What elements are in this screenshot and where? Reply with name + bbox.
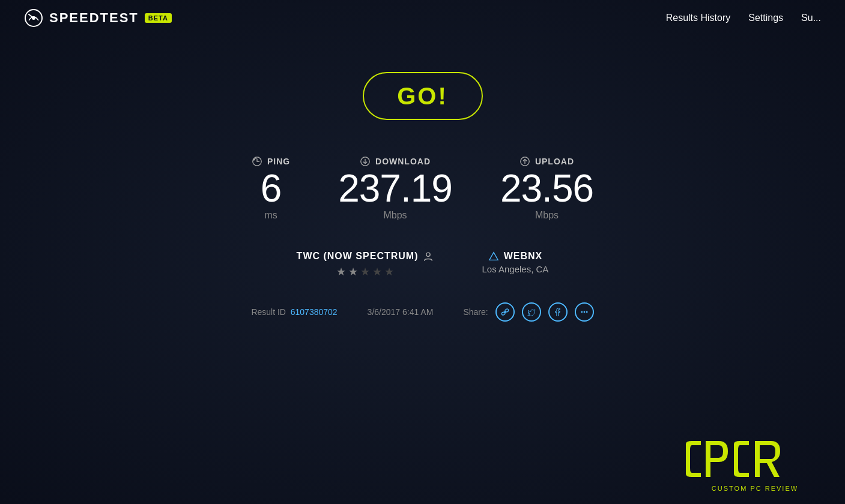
person-icon — [423, 251, 434, 262]
svg-point-5 — [426, 253, 430, 256]
download-icon — [360, 156, 371, 167]
server-block: WEBNX Los Angeles, CA — [482, 251, 548, 274]
star-4: ★ — [372, 265, 382, 278]
share-label: Share: — [463, 307, 488, 317]
upload-unit: Mbps — [535, 210, 559, 221]
cpcr-logo-text — [683, 438, 827, 485]
ping-stat: PING 6 ms — [252, 156, 290, 221]
share-section: Share: — [463, 302, 593, 322]
speedtest-logo-icon — [24, 8, 43, 28]
server-icon — [488, 251, 499, 262]
upload-icon — [519, 156, 530, 167]
header: SPEEDTEST BETA Results History Settings … — [0, 0, 845, 36]
ping-label-text: PING — [267, 157, 290, 166]
upload-value: 23.56 — [500, 169, 593, 208]
server-name-label: WEBNX — [488, 251, 543, 262]
star-5: ★ — [384, 265, 394, 278]
result-id-label: Result ID 6107380702 — [251, 307, 337, 317]
logo-area: SPEEDTEST BETA — [24, 8, 172, 28]
download-label: DOWNLOAD — [360, 156, 431, 167]
nav: Results History Settings Su... — [666, 13, 821, 23]
beta-badge: BETA — [145, 13, 172, 23]
svg-marker-6 — [489, 253, 497, 260]
ping-label: PING — [252, 156, 290, 167]
result-row: Result ID 6107380702 3/6/2017 6:41 AM Sh… — [251, 302, 593, 322]
support-link[interactable]: Su... — [801, 13, 821, 23]
ping-value: 6 — [261, 169, 282, 208]
isp-stars: ★ ★ ★ ★ ★ — [336, 265, 394, 278]
cpcr-subtitle: CUSTOM PC REVIEW — [712, 485, 798, 492]
ping-unit: ms — [264, 210, 277, 221]
svg-point-8 — [583, 311, 585, 313]
upload-stat: UPLOAD 23.56 Mbps — [500, 156, 593, 221]
star-1: ★ — [336, 265, 346, 278]
star-2: ★ — [348, 265, 358, 278]
star-3: ★ — [360, 265, 370, 278]
upload-label: UPLOAD — [519, 156, 574, 167]
results-history-link[interactable]: Results History — [666, 13, 731, 23]
main-content: GO! PING 6 ms — [0, 36, 845, 322]
download-label-text: DOWNLOAD — [375, 157, 431, 166]
result-date: 3/6/2017 6:41 AM — [368, 307, 434, 317]
download-value: 237.19 — [338, 169, 452, 208]
go-button[interactable]: GO! — [363, 72, 483, 120]
share-twitter-icon[interactable] — [522, 302, 541, 322]
isp-name: TWC (NOW SPECTRUM) — [297, 251, 434, 262]
isp-block: TWC (NOW SPECTRUM) ★ ★ ★ ★ ★ — [297, 251, 434, 278]
svg-point-7 — [581, 311, 583, 313]
logo-text: SPEEDTEST — [49, 10, 139, 26]
cpcr-watermark: CUSTOM PC REVIEW — [683, 438, 827, 492]
stats-row: PING 6 ms DOWNLOAD 237.19 Mbps — [252, 156, 593, 221]
settings-link[interactable]: Settings — [748, 13, 783, 23]
upload-label-text: UPLOAD — [535, 157, 574, 166]
share-more-icon[interactable] — [575, 302, 594, 322]
server-location: Los Angeles, CA — [482, 264, 548, 274]
share-facebook-icon[interactable] — [548, 302, 568, 322]
result-id-link[interactable]: 6107380702 — [291, 307, 338, 317]
download-unit: Mbps — [383, 210, 407, 221]
share-link-icon[interactable] — [495, 302, 515, 322]
ping-icon — [252, 156, 262, 167]
svg-point-9 — [586, 311, 587, 313]
download-stat: DOWNLOAD 237.19 Mbps — [338, 156, 452, 221]
info-row: TWC (NOW SPECTRUM) ★ ★ ★ ★ ★ — [297, 251, 549, 278]
